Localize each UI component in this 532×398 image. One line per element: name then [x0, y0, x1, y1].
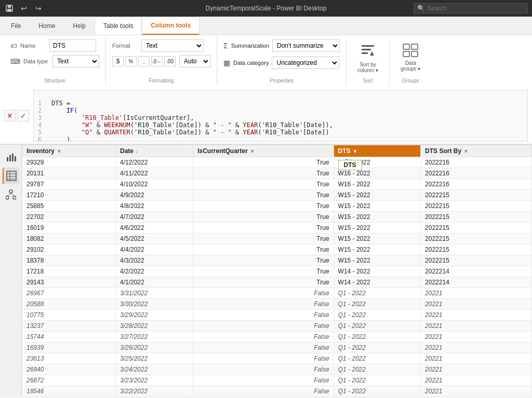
cell-inventory: 20131	[22, 168, 116, 179]
table-row: 183784/3/2022TrueW15 - 20222022215	[22, 255, 532, 266]
cell-iscurrentquarter: True	[193, 190, 334, 201]
search-input[interactable]	[427, 5, 521, 12]
cell-iscurrentquarter: True	[193, 277, 334, 288]
cell-inventory: 13237	[22, 321, 116, 332]
data-table-container[interactable]: Inventory ▼ Date ↕ IsCurrentQuarter	[22, 145, 532, 395]
tab-home[interactable]: Home	[30, 17, 64, 35]
table-view-icon[interactable]	[3, 168, 19, 184]
data-category-select[interactable]: Uncategorized	[272, 57, 339, 69]
cell-inventory: 16939	[22, 342, 116, 353]
cell-dtssortby: 2022214	[421, 277, 532, 288]
cell-date: 3/22/2022	[115, 386, 193, 396]
cell-dts: Q1 - 2022	[334, 375, 421, 386]
data-category-label: Data category	[233, 60, 269, 66]
inventory-sort-icon: ▼	[57, 148, 62, 154]
sort-by-column-label: Sort bycolumn ▾	[357, 62, 378, 73]
cell-inventory: 29329	[22, 157, 116, 168]
svg-point-19	[9, 190, 12, 193]
comma-btn[interactable]: ,	[138, 56, 150, 66]
structure-group: 🏷 Name ⌨ Data type Text Structure	[4, 37, 106, 86]
cell-iscurrentquarter: False	[193, 310, 334, 321]
iscurrentquarter-sort-icon: ▼	[250, 148, 255, 154]
properties-group-label: Properties	[223, 76, 340, 84]
cell-iscurrentquarter: False	[193, 375, 334, 386]
format-label: Format	[112, 43, 138, 49]
decimal-inc-btn[interactable]: .00	[164, 56, 176, 66]
redo-icon[interactable]: ↪	[33, 3, 44, 13]
table-row: 107753/29/2022FalseQ1 - 202220221	[22, 310, 532, 321]
dts-tooltip: DTS	[338, 160, 362, 170]
cell-iscurrentquarter: False	[193, 386, 334, 396]
data-table: Inventory ▼ Date ↕ IsCurrentQuarter	[22, 145, 532, 395]
save-icon[interactable]	[4, 3, 15, 13]
cell-inventory: 18378	[22, 255, 116, 266]
cell-inventory: 20588	[22, 299, 116, 310]
svg-rect-7	[411, 44, 418, 49]
cell-date: 3/26/2022	[115, 342, 193, 353]
ribbon-content: 🏷 Name ⌨ Data type Text Structure Format…	[0, 35, 532, 88]
format-select[interactable]: Text	[141, 39, 204, 52]
formula-editor[interactable]: 1DTS = 2 IF( 3 'R10_Table'[IsCurrentQuar…	[33, 90, 528, 142]
tab-file[interactable]: File	[2, 17, 30, 35]
cell-dtssortby: 2022215	[421, 255, 532, 266]
svg-point-20	[6, 196, 9, 199]
decimal-dec-btn[interactable]: .0←	[151, 56, 163, 66]
svg-rect-13	[15, 156, 16, 161]
cell-inventory: 26872	[22, 375, 116, 386]
auto-select[interactable]: Auto	[179, 55, 210, 67]
formula-cancel-btn[interactable]: ✕	[4, 110, 16, 121]
chart-view-icon[interactable]	[3, 149, 19, 166]
svg-rect-1	[8, 5, 11, 8]
sort-by-column-btn[interactable]: Sort bycolumn ▾	[353, 39, 383, 76]
cell-dtssortby: 2022216	[421, 157, 532, 168]
search-icon: 🔍	[417, 5, 425, 12]
data-groups-btn[interactable]: Datagroups ▾	[396, 39, 425, 74]
cell-inventory: 23613	[22, 353, 116, 364]
cell-dtssortby: 2022216	[421, 168, 532, 179]
summarization-select[interactable]: Don't summarize	[272, 39, 340, 52]
cell-dts: Q1 - 2022	[334, 288, 421, 299]
window-title: DynamicTemporalScale - Power BI Desktop	[206, 5, 327, 12]
cell-dtssortby: 20221	[421, 386, 532, 396]
formula-confirm-btn[interactable]: ✓	[18, 110, 29, 121]
datatype-icon: ⌨	[10, 58, 20, 65]
table-row: 172104/9/2022TrueW15 - 20222022215	[22, 190, 532, 201]
col-date[interactable]: Date ↕	[115, 145, 193, 157]
currency-btn[interactable]: $	[112, 56, 124, 66]
col-dts-sort-by[interactable]: DTS Sort By ▼	[421, 145, 532, 157]
svg-rect-9	[411, 51, 418, 57]
table-row: 180824/5/2022TrueW15 - 20222022215	[22, 234, 532, 244]
model-view-icon[interactable]	[3, 186, 19, 203]
datatype-select[interactable]: Text	[52, 55, 99, 67]
cell-dts: W15 - 2022	[334, 201, 421, 212]
col-inventory[interactable]: Inventory ▼	[22, 145, 116, 157]
col-iscurrentquarter[interactable]: IsCurrentQuarter ▼	[193, 145, 334, 157]
cell-dtssortby: 20221	[421, 364, 532, 375]
table-row: 293294/12/2022TrueW16 - 20222022216	[22, 157, 532, 168]
tab-help[interactable]: Help	[64, 17, 95, 35]
cell-inventory: 10775	[22, 310, 116, 321]
tab-table-tools[interactable]: Table tools	[95, 17, 142, 35]
structure-group-label: Structure	[10, 76, 99, 84]
cell-date: 4/8/2022	[115, 201, 193, 212]
cell-date: 4/3/2022	[115, 255, 193, 266]
cell-inventory: 22702	[22, 212, 116, 223]
name-input[interactable]	[49, 39, 96, 52]
percent-btn[interactable]: %	[125, 56, 137, 66]
cell-iscurrentquarter: True	[193, 201, 334, 212]
ribbon-tabs: File Home Help Table tools Column tools	[0, 17, 532, 35]
cell-dts: Q1 - 2022	[334, 332, 421, 342]
cell-dts: Q1 - 2022	[334, 342, 421, 353]
tab-column-tools[interactable]: Column tools	[142, 17, 200, 35]
cell-iscurrentquarter: True	[193, 212, 334, 223]
col-dts[interactable]: DTS ▼ DTS ☛	[334, 145, 421, 157]
cell-date: 4/5/2022	[115, 234, 193, 244]
cell-dtssortby: 20221	[421, 299, 532, 310]
cell-dts: W14 - 2022	[334, 266, 421, 277]
search-box[interactable]: 🔍	[414, 3, 528, 13]
undo-icon[interactable]: ↩	[19, 3, 29, 13]
cell-dtssortby: 2022215	[421, 212, 532, 223]
cell-dtssortby: 2022215	[421, 201, 532, 212]
formatting-group-label: Formatting	[112, 76, 210, 84]
svg-rect-6	[403, 44, 409, 49]
